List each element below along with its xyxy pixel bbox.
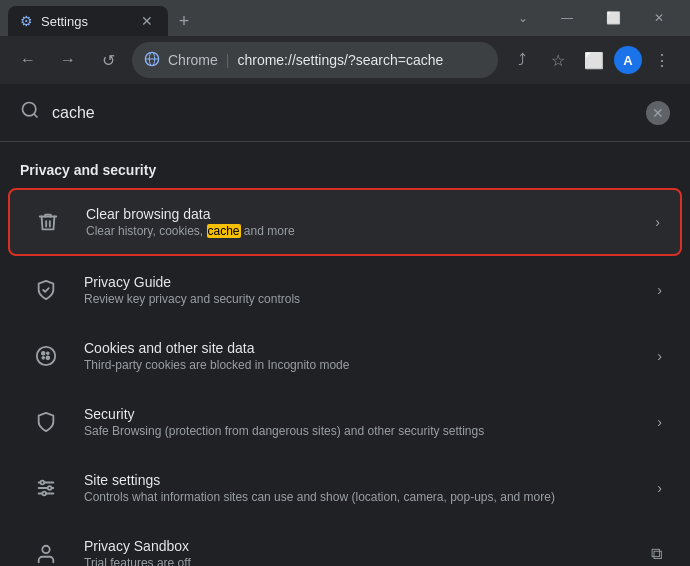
minimize-button[interactable]: —: [544, 0, 590, 36]
privacy-guide-subtitle: Review key privacy and security controls: [84, 292, 637, 306]
back-button[interactable]: ←: [12, 44, 44, 76]
settings-tab-title: Settings: [41, 14, 130, 29]
external-link-icon: ⧉: [651, 545, 662, 563]
menu-button[interactable]: ⋮: [646, 44, 678, 76]
search-clear-button[interactable]: ✕: [646, 101, 670, 125]
settings-item-clear-browsing-data[interactable]: Clear browsing data Clear history, cooki…: [8, 188, 682, 256]
site-settings-arrow: ›: [657, 480, 662, 496]
search-bar: ✕: [0, 84, 690, 142]
settings-tab-icon: ⚙: [20, 13, 33, 29]
svg-point-7: [46, 356, 49, 359]
svg-point-6: [42, 352, 45, 355]
settings-item-security[interactable]: Security Safe Browsing (protection from …: [8, 390, 682, 454]
trash-icon: [30, 204, 66, 240]
security-subtitle: Safe Browsing (protection from dangerous…: [84, 424, 637, 438]
reload-button[interactable]: ↺: [92, 44, 124, 76]
cache-highlight: cache: [207, 224, 241, 238]
collapse-area: ⌄: [510, 0, 536, 36]
main-content: ✕ Privacy and security Clear browsing da…: [0, 84, 690, 566]
profile-button[interactable]: A: [614, 46, 642, 74]
tab-area: ⚙ Settings ✕ +: [0, 0, 510, 36]
site-settings-title: Site settings: [84, 472, 637, 488]
privacy-sandbox-text: Privacy Sandbox Trial features are off: [84, 538, 631, 566]
cookies-text: Cookies and other site data Third-party …: [84, 340, 637, 372]
site-settings-subtitle: Controls what information sites can use …: [84, 490, 637, 504]
svg-point-14: [48, 486, 52, 490]
title-bar: ⚙ Settings ✕ + ⌄ — ⬜ ✕: [0, 0, 690, 36]
svg-point-5: [37, 347, 55, 365]
section-header-privacy: Privacy and security: [0, 142, 690, 186]
svg-point-13: [41, 481, 45, 485]
privacy-sandbox-title: Privacy Sandbox: [84, 538, 631, 554]
extension-button[interactable]: ⬜: [578, 44, 610, 76]
address-icon: [144, 51, 160, 70]
privacy-guide-title: Privacy Guide: [84, 274, 637, 290]
share-button[interactable]: ⤴: [506, 44, 538, 76]
svg-point-3: [23, 103, 36, 116]
nav-actions: ⤴ ☆ ⬜ A ⋮: [506, 44, 678, 76]
settings-item-cookies[interactable]: Cookies and other site data Third-party …: [8, 324, 682, 388]
maximize-button[interactable]: ⬜: [590, 0, 636, 36]
svg-point-16: [42, 546, 49, 553]
cookies-title: Cookies and other site data: [84, 340, 637, 356]
svg-point-9: [47, 352, 49, 354]
security-arrow: ›: [657, 414, 662, 430]
address-separator: |: [226, 52, 230, 68]
clear-browsing-data-text: Clear browsing data Clear history, cooki…: [86, 206, 635, 238]
cookies-arrow: ›: [657, 348, 662, 364]
clear-browsing-data-subtitle: Clear history, cookies, cache and more: [86, 224, 635, 238]
security-text: Security Safe Browsing (protection from …: [84, 406, 637, 438]
settings-item-privacy-guide[interactable]: Privacy Guide Review key privacy and sec…: [8, 258, 682, 322]
cookies-subtitle: Third-party cookies are blocked in Incog…: [84, 358, 637, 372]
forward-button[interactable]: →: [52, 44, 84, 76]
privacy-guide-text: Privacy Guide Review key privacy and sec…: [84, 274, 637, 306]
subtitle-after: and more: [241, 224, 295, 238]
window-controls: — ⬜ ✕: [536, 0, 690, 36]
person-icon: [28, 536, 64, 566]
site-settings-text: Site settings Controls what information …: [84, 472, 637, 504]
settings-item-privacy-sandbox[interactable]: Privacy Sandbox Trial features are off ⧉: [8, 522, 682, 566]
shield-icon: [28, 404, 64, 440]
sliders-icon: [28, 470, 64, 506]
cookies-icon: [28, 338, 64, 374]
svg-point-8: [42, 357, 44, 359]
address-label: Chrome: [168, 52, 218, 68]
address-url: chrome://settings/?search=cache: [237, 52, 443, 68]
clear-browsing-data-arrow: ›: [655, 214, 660, 230]
close-window-button[interactable]: ✕: [636, 0, 682, 36]
new-tab-button[interactable]: +: [168, 6, 200, 36]
navigation-bar: ← → ↺ Chrome | chrome://settings/?search…: [0, 36, 690, 84]
shield-check-icon: [28, 272, 64, 308]
clear-browsing-data-title: Clear browsing data: [86, 206, 635, 222]
svg-point-15: [42, 492, 46, 496]
search-icon: [20, 100, 40, 125]
svg-line-4: [34, 114, 38, 118]
address-bar[interactable]: Chrome | chrome://settings/?search=cache: [132, 42, 498, 78]
tab-close-button[interactable]: ✕: [138, 12, 156, 30]
security-title: Security: [84, 406, 637, 422]
bookmark-button[interactable]: ☆: [542, 44, 574, 76]
subtitle-before: Clear history, cookies,: [86, 224, 207, 238]
settings-item-site-settings[interactable]: Site settings Controls what information …: [8, 456, 682, 520]
settings-tab[interactable]: ⚙ Settings ✕: [8, 6, 168, 36]
search-input[interactable]: [52, 104, 634, 122]
privacy-guide-arrow: ›: [657, 282, 662, 298]
privacy-sandbox-subtitle: Trial features are off: [84, 556, 631, 566]
